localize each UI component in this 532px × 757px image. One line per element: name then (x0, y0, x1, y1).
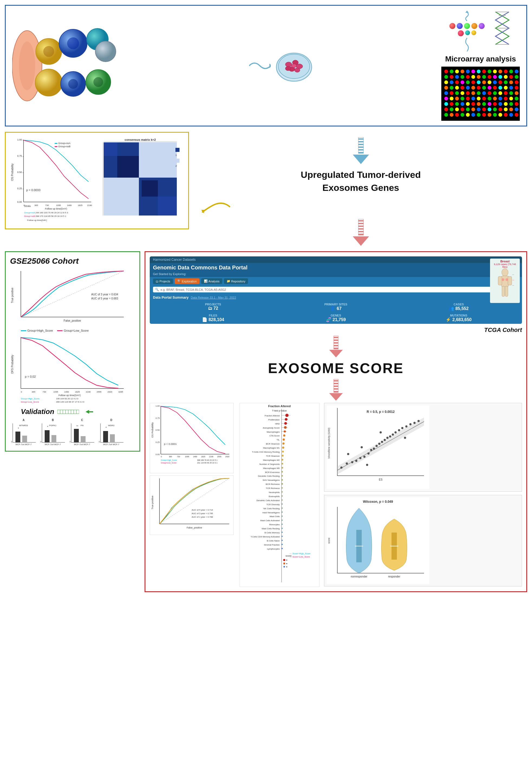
svg-point-32 (455, 70, 459, 74)
gdc-portal: Harmonized Cancer Datasets Genomic Data … (150, 257, 522, 324)
cell-illustration (12, 26, 121, 106)
svg-point-1 (19, 42, 35, 90)
svg-text:1: 1 (175, 154, 177, 157)
svg-point-43 (515, 70, 518, 74)
svg-rect-169 (55, 143, 57, 144)
svg-text:Macrophages M0: Macrophages M0 (263, 467, 280, 469)
km-plot-tcga: OS Probability 1.00 0.75 0.50 0.25 0.00 … (150, 403, 234, 473)
svg-text:False_positive: False_positive (187, 526, 202, 529)
svg-point-33 (460, 70, 464, 74)
svg-marker-202 (201, 210, 205, 213)
svg-point-109 (493, 97, 497, 101)
svg-text:0.50: 0.50 (17, 171, 22, 173)
svg-rect-198 (175, 148, 180, 152)
svg-text:responder: responder (388, 575, 400, 578)
svg-point-115 (450, 102, 454, 106)
svg-point-30 (444, 70, 448, 74)
svg-rect-274 (498, 276, 502, 285)
gdc-nav-repository[interactable]: 📁 Repository (224, 278, 248, 284)
svg-text:T.Cells CD4 Memory Activated: T.Cells CD4 Memory Activated (251, 535, 280, 538)
svg-text:Vinorelbine sensitivity (GI50): Vinorelbine sensitivity (GI50) (328, 428, 330, 459)
svg-point-337 (283, 439, 285, 441)
bottom-section: GSE25066 Cohort AUC of 3 year = 0.634 AU… (5, 251, 527, 592)
gdc-stat-mutations: MUTATIONS ⚡ 2,683,650 (399, 314, 519, 322)
svg-point-20 (295, 68, 300, 72)
svg-rect-238 (89, 411, 93, 412)
svg-point-54 (498, 75, 502, 79)
gdc-nav-projects[interactable]: 🗂 Projects (153, 279, 173, 284)
gene-bar-charts: A MCF-7s4 MCF-7 MTNR53 0 Relative RNA le… (10, 419, 135, 446)
svg-text:False_positive: False_positive (64, 319, 81, 322)
svg-point-38 (488, 70, 491, 74)
svg-point-89 (460, 91, 464, 95)
svg-text:2555: 2555 (217, 456, 222, 458)
gdc-release-link[interactable]: Data Release 33.1 - May 31, 2022 (191, 296, 236, 299)
svg-text:1095: 1095 (185, 456, 189, 458)
svg-rect-196 (104, 141, 177, 142)
svg-text:MCF-7s4 MCF-7: MCF-7s4 MCF-7 (103, 443, 119, 446)
gdc-nav-analysis[interactable]: 📊 Analysis (201, 278, 222, 284)
svg-point-90 (466, 91, 470, 95)
svg-point-60 (455, 80, 459, 84)
svg-text:Proliferation: Proliferation (268, 419, 280, 421)
svg-point-80 (488, 86, 491, 90)
svg-point-363 (281, 491, 283, 493)
svg-text:AUC of 1 year = 0.788: AUC of 1 year = 0.788 (192, 516, 213, 518)
svg-text:T.Cells CD4 Memory Resting: T.Cells CD4 Memory Resting (252, 451, 280, 453)
svg-text:●: ● (286, 565, 287, 568)
svg-text:AUC of 5 year = 0.714: AUC of 5 year = 0.714 (192, 509, 213, 511)
svg-rect-193 (117, 156, 139, 178)
svg-marker-237 (86, 410, 89, 414)
svg-point-367 (281, 500, 283, 501)
svg-point-146 (466, 113, 470, 117)
svg-text:Follow up time(DAY): Follow up time(DAY) (45, 207, 67, 210)
svg-point-81 (493, 86, 497, 90)
svg-point-70 (509, 80, 513, 84)
svg-point-134 (477, 107, 481, 111)
svg-rect-277 (505, 286, 508, 296)
svg-text:Group=ssB: Group=ssB (58, 145, 71, 148)
svg-point-64 (477, 80, 481, 84)
svg-text:288 170 118 85 58 29 18 10 5 1: 288 170 118 85 58 29 18 10 5 1 (36, 215, 66, 217)
svg-point-91 (471, 91, 475, 95)
svg-point-391 (281, 548, 283, 549)
svg-point-138 (498, 107, 502, 111)
svg-point-408 (351, 461, 353, 463)
svg-point-351 (281, 467, 283, 469)
svg-text:p = 0.02: p = 0.02 (25, 375, 36, 378)
svg-point-48 (466, 75, 470, 79)
svg-point-419 (386, 437, 389, 439)
svg-point-132 (466, 107, 470, 111)
svg-point-422 (395, 431, 397, 434)
svg-point-136 (488, 107, 491, 111)
svg-point-22 (292, 64, 296, 68)
svg-text:SHV Neoantigens: SHV Neoantigens (263, 479, 280, 482)
svg-point-85 (515, 86, 518, 90)
svg-point-78 (477, 86, 481, 90)
svg-text:B Cells Memory: B Cells Memory (264, 531, 280, 534)
svg-point-104 (466, 97, 470, 101)
svg-text:0: 0 (161, 456, 162, 458)
gdc-subtitle: Get Started by Exploring: (150, 272, 522, 277)
svg-point-127 (515, 102, 518, 106)
svg-point-369 (281, 503, 283, 505)
svg-point-11 (68, 79, 78, 89)
svg-text:0.00: 0.00 (17, 200, 22, 203)
heatmap: consensus matrix k=2 (98, 137, 182, 224)
svg-text:OS Probability: OS Probability (151, 422, 154, 438)
svg-point-77 (471, 86, 475, 90)
svg-point-144 (455, 113, 459, 117)
svg-text:730: 730 (177, 456, 180, 458)
svg-point-75 (460, 86, 464, 90)
arrow-culture-area (249, 49, 313, 82)
svg-text:R = 0.5, p = 0.0012: R = 0.5, p = 0.0012 (367, 410, 395, 414)
svg-point-353 (281, 471, 283, 473)
svg-point-347 (281, 459, 283, 461)
svg-text:MCF-7s4 MCF-7: MCF-7s4 MCF-7 (74, 443, 90, 446)
svg-point-40 (498, 70, 502, 74)
gdc-nav-exploration[interactable]: 🔍 Exploration (175, 278, 199, 284)
svg-point-53 (493, 75, 497, 79)
svg-text:Group=High_Score: Group=High_Score (161, 460, 177, 462)
svg-point-339 (282, 443, 284, 445)
svg-point-71 (515, 80, 518, 84)
